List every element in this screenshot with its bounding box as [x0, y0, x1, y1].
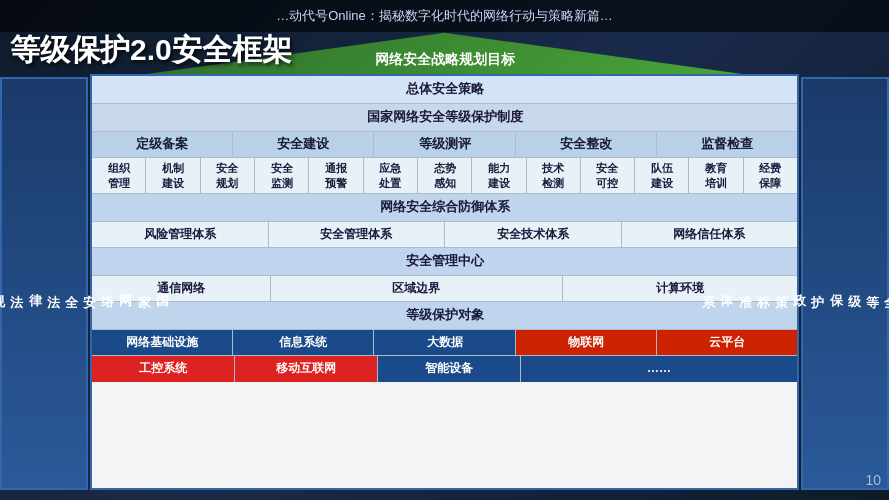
row-strategy: 总体安全策略 [92, 76, 797, 104]
cell-d6: 应急处置 [364, 158, 418, 193]
cell-strategy: 总体安全策略 [92, 76, 797, 103]
cell-d2: 机制建设 [146, 158, 200, 193]
left-label: 国家网络安全法律法规政策体系 [0, 77, 88, 490]
row-system: 国家网络安全等级保护制度 [92, 104, 797, 132]
row-defense: 网络安全综合防御体系 [92, 194, 797, 222]
cell-d1: 组织管理 [92, 158, 146, 193]
cell-security-tech: 安全技术体系 [445, 222, 622, 247]
cell-cat1: 定级备案 [92, 132, 233, 157]
cell-d12: 教育培训 [689, 158, 743, 193]
cell-compute: 计算环境 [563, 276, 797, 301]
top-bar: …动代号Online：揭秘数字化时代的网络行动与策略新篇… [0, 0, 889, 32]
top-bar-text: …动代号Online：揭秘数字化时代的网络行动与策略新篇… [10, 7, 879, 25]
cell-d5: 通报预警 [309, 158, 363, 193]
row-obj2: 工控系统 移动互联网 智能设备 …… [92, 356, 797, 382]
cell-comm: 通信网络 [92, 276, 271, 301]
framework-box: 总体安全策略 国家网络安全等级保护制度 定级备案 安全建设 等级测评 安全整改 … [90, 74, 799, 490]
row-obj1: 网络基础设施 信息系统 大数据 物联网 云平台 [92, 330, 797, 356]
cell-network-infra: 网络基础设施 [92, 330, 233, 355]
cell-mgmt-center: 安全管理中心 [92, 248, 797, 275]
cell-cat2: 安全建设 [233, 132, 374, 157]
row-zones: 通信网络 区域边界 计算环境 [92, 276, 797, 302]
content-area: 网络安全战略规划目标 总体安全策略 国家网络安全等级保护制度 定级备案 安全建设… [90, 32, 799, 490]
right-label: 国家网络安全等级保护政策标准体系 [801, 77, 889, 490]
cell-system: 国家网络安全等级保护制度 [92, 104, 797, 131]
cell-trust: 网络信任体系 [622, 222, 798, 247]
roof-label: 网络安全战略规划目标 [375, 51, 515, 69]
cell-d4: 安全监测 [255, 158, 309, 193]
cell-d9: 技术检测 [527, 158, 581, 193]
cell-ics: 工控系统 [92, 356, 235, 382]
cell-cat3: 等级测评 [374, 132, 515, 157]
cell-d7: 态势感知 [418, 158, 472, 193]
row-protection-obj: 等级保护对象 [92, 302, 797, 330]
cell-iot: 物联网 [516, 330, 657, 355]
cell-d13: 经费保障 [744, 158, 797, 193]
cell-smart-device: 智能设备 [378, 356, 521, 382]
cell-risk: 风险管理体系 [92, 222, 269, 247]
row-mgmt-center: 安全管理中心 [92, 248, 797, 276]
cell-defense: 网络安全综合防御体系 [92, 194, 797, 221]
cell-mobile: 移动互联网 [235, 356, 378, 382]
cell-big-data: 大数据 [374, 330, 515, 355]
cell-d10: 安全可控 [581, 158, 635, 193]
cell-d8: 能力建设 [472, 158, 526, 193]
cell-security-mgmt: 安全管理体系 [269, 222, 446, 247]
row-details: 组织管理 机制建设 安全规划 安全监测 通报预警 应急处置 态势感知 能力建设 … [92, 158, 797, 194]
row-categories: 定级备案 安全建设 等级测评 安全整改 监督检查 [92, 132, 797, 158]
cell-cat5: 监督检查 [657, 132, 797, 157]
cell-d3: 安全规划 [201, 158, 255, 193]
cell-info-system: 信息系统 [233, 330, 374, 355]
cell-others: …… [521, 356, 797, 382]
cell-d11: 队伍建设 [635, 158, 689, 193]
cell-boundary: 区域边界 [271, 276, 563, 301]
slide-number: 10 [865, 472, 881, 488]
main-title: 等级保护2.0安全框架 [10, 32, 292, 68]
cell-cat4: 安全整改 [516, 132, 657, 157]
cell-cloud: 云平台 [657, 330, 797, 355]
row-systems: 风险管理体系 安全管理体系 安全技术体系 网络信任体系 [92, 222, 797, 248]
cell-protection-obj: 等级保护对象 [92, 302, 797, 329]
